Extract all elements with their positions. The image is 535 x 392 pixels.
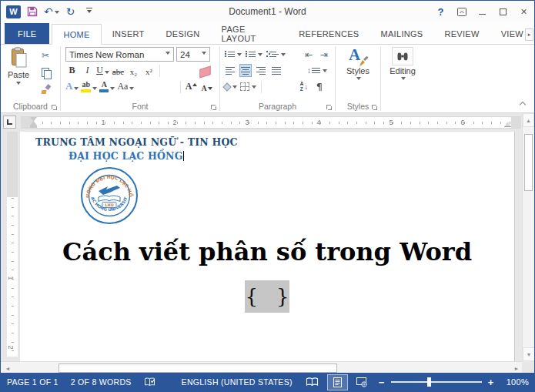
styles-dialog-launcher[interactable] xyxy=(370,103,379,112)
chevron-up-icon xyxy=(520,102,526,108)
tab-home[interactable]: HOME xyxy=(52,24,101,45)
superscript-button[interactable]: x² xyxy=(142,64,155,78)
tab-stop-selector[interactable] xyxy=(3,116,16,129)
header-line-1[interactable]: TRUNG TÂM NGOẠI NGỮ - TIN HỌC xyxy=(35,136,514,148)
document-heading[interactable]: Cách viết phân số trong Word xyxy=(20,237,514,266)
format-painter-button[interactable] xyxy=(36,82,55,96)
change-case-button[interactable]: Aa xyxy=(117,80,134,94)
tab-insert[interactable]: INSERT xyxy=(102,23,155,44)
align-center-button[interactable] xyxy=(239,64,252,77)
ruler-number: 4 xyxy=(316,119,320,126)
brush-icon xyxy=(359,55,369,66)
zoom-slider[interactable] xyxy=(391,381,482,383)
subscript-button[interactable]: x₂ xyxy=(127,64,140,78)
field-code-box[interactable]: { } xyxy=(245,280,289,313)
save-button[interactable] xyxy=(25,3,39,20)
undo-dropdown-arrow xyxy=(55,11,59,16)
editing-button[interactable]: Editing xyxy=(381,47,424,82)
styles-button[interactable]: A Styles xyxy=(336,47,380,82)
shading-button[interactable] xyxy=(224,80,237,93)
strikethrough-button[interactable]: abc xyxy=(112,64,125,78)
customize-quick-access-button[interactable] xyxy=(82,3,96,20)
font-color-button[interactable]: A xyxy=(99,80,115,94)
page-number-status[interactable]: PAGE 1 OF 1 xyxy=(1,373,65,391)
bold-button[interactable]: B xyxy=(65,64,79,78)
university-logo[interactable]: TRƯỜNG ĐẠI HỌC LẠC HỒNG LAC HONG UNIVERS… xyxy=(80,166,139,225)
tab-scroll-arrow[interactable]: ▸ xyxy=(525,28,533,41)
ribbon-display-options-button[interactable] xyxy=(451,1,472,22)
multilevel-list-button[interactable] xyxy=(266,48,286,61)
vertical-ruler[interactable]: 1 2 xyxy=(7,132,18,357)
font-group-label: Font xyxy=(61,102,219,112)
ruler-number: 5 xyxy=(389,119,393,126)
cut-button[interactable]: ✂ xyxy=(36,49,55,62)
scroll-up-button[interactable]: ▲ xyxy=(523,113,534,127)
clipboard-dialog-launcher[interactable] xyxy=(50,103,59,112)
close-button[interactable]: × xyxy=(513,1,534,22)
logo-book xyxy=(99,196,120,201)
horizontal-scrollbar-thumb[interactable] xyxy=(59,364,337,373)
justify-button[interactable] xyxy=(270,64,283,77)
word-count-status[interactable]: 2 OF 8 WORDS xyxy=(65,373,138,391)
paste-icon xyxy=(10,47,27,68)
scissors-icon: ✂ xyxy=(42,50,49,61)
binoculars-icon xyxy=(396,52,409,62)
tab-file[interactable]: FILE xyxy=(5,23,49,44)
print-layout-button[interactable] xyxy=(327,374,348,390)
left-indent-marker[interactable] xyxy=(30,126,37,128)
copy-button[interactable] xyxy=(36,65,55,79)
tab-mailings[interactable]: MAILINGS xyxy=(370,23,434,44)
vertical-scrollbar-thumb[interactable] xyxy=(524,134,533,191)
chevron-down-icon xyxy=(237,53,242,59)
tab-references[interactable]: REFERENCES xyxy=(288,23,369,44)
sort-button[interactable]: AZ↓ xyxy=(298,80,310,93)
highlight-button[interactable]: ab xyxy=(81,80,97,94)
styles-button-label: Styles xyxy=(346,66,369,75)
font-dialog-launcher[interactable] xyxy=(209,103,218,112)
language-status[interactable]: ENGLISH (UNITED STATES) xyxy=(176,373,299,391)
zoom-slider-thumb[interactable] xyxy=(427,377,431,387)
maximize-button[interactable] xyxy=(493,1,513,22)
vertical-scrollbar[interactable]: ▲ ▼ xyxy=(522,113,534,361)
numbering-button[interactable] xyxy=(245,48,262,61)
paragraph-dialog-launcher[interactable] xyxy=(325,103,333,112)
align-right-button[interactable] xyxy=(255,64,267,77)
undo-button[interactable]: ↶ xyxy=(44,3,59,20)
paste-button[interactable]: Paste xyxy=(4,47,33,99)
grow-font-button[interactable]: A xyxy=(185,80,198,94)
zoom-percentage[interactable]: 100% xyxy=(500,377,529,387)
styles-group: A Styles Styles xyxy=(336,45,380,112)
read-mode-button[interactable] xyxy=(300,375,324,389)
collapse-ribbon-button[interactable] xyxy=(518,101,527,109)
font-name-combobox[interactable]: Times New Roman xyxy=(65,47,174,62)
redo-icon: ↻ xyxy=(66,6,75,17)
text-effects-button[interactable]: A xyxy=(65,80,79,94)
help-button[interactable]: ? xyxy=(430,1,451,22)
increase-indent-button[interactable]: ⇥ xyxy=(318,48,330,61)
borders-button[interactable] xyxy=(240,80,256,93)
clear-formatting-button[interactable] xyxy=(199,64,212,78)
word-logo-icon[interactable]: W xyxy=(6,3,21,20)
decrease-indent-button[interactable]: ⇤ xyxy=(303,48,315,61)
horizontal-ruler[interactable]: 1 2 3 4 5 6 xyxy=(21,116,521,129)
italic-button[interactable]: I xyxy=(81,64,94,78)
tab-design[interactable]: DESIGN xyxy=(155,23,211,44)
page[interactable]: TRUNG TÂM NGOẠI NGỮ - TIN HỌC ĐẠI HỌC LẠ… xyxy=(20,132,515,361)
zoom-out-button[interactable]: − xyxy=(376,377,388,388)
web-layout-button[interactable] xyxy=(351,375,373,390)
line-spacing-button[interactable]: ↕ xyxy=(307,64,327,77)
tab-review[interactable]: REVIEW xyxy=(433,23,490,44)
font-size-combobox[interactable]: 24 xyxy=(176,47,210,62)
align-left-button[interactable] xyxy=(224,64,236,77)
show-hide-button[interactable]: ¶ xyxy=(313,80,326,93)
proofing-status-button[interactable] xyxy=(138,373,162,391)
underline-button[interactable]: U xyxy=(96,64,109,78)
minimize-button[interactable] xyxy=(472,1,493,22)
shrink-font-button[interactable]: A xyxy=(200,80,213,94)
scroll-down-button[interactable]: ▼ xyxy=(523,347,535,361)
header-line-2[interactable]: ĐẠI HỌC LẠC HỒNG xyxy=(69,150,514,162)
zoom-in-button[interactable]: + xyxy=(485,377,497,388)
tab-page-layout[interactable]: PAGE LAYOUT xyxy=(211,23,289,44)
redo-button[interactable]: ↻ xyxy=(64,3,78,20)
bullets-button[interactable] xyxy=(224,48,242,61)
